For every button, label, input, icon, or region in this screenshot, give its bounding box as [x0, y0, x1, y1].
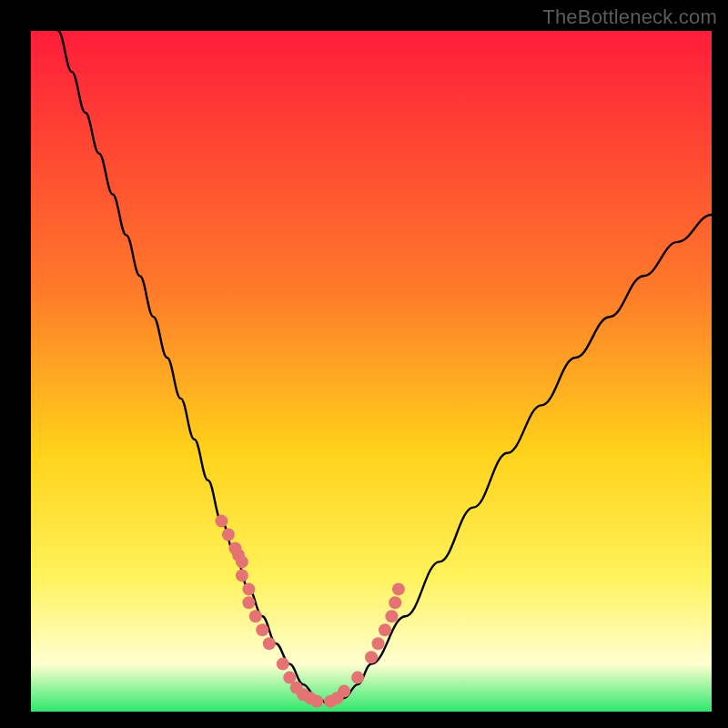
marker-dot [215, 515, 228, 528]
marker-dot [385, 610, 398, 622]
marker-dot [242, 582, 255, 595]
chart-frame: TheBottleneck.com [0, 0, 728, 728]
marker-dot [236, 555, 248, 568]
marker-dot [392, 582, 405, 595]
marker-dot [372, 637, 385, 650]
gradient-background [31, 31, 712, 712]
marker-dot [263, 637, 276, 650]
marker-dot [236, 569, 248, 581]
marker-dot [389, 596, 401, 609]
marker-dot [365, 651, 378, 663]
marker-dot [256, 623, 268, 636]
chart-plot-area [31, 31, 712, 712]
marker-dot [351, 672, 364, 684]
marker-dot [249, 610, 262, 622]
watermark-text: TheBottleneck.com [542, 5, 717, 29]
marker-dot [222, 529, 235, 541]
marker-dot [277, 658, 289, 671]
marker-dot [338, 685, 350, 698]
marker-dot [379, 623, 391, 636]
marker-dot [242, 596, 255, 609]
chart-svg [31, 31, 712, 712]
marker-dot [310, 695, 323, 708]
